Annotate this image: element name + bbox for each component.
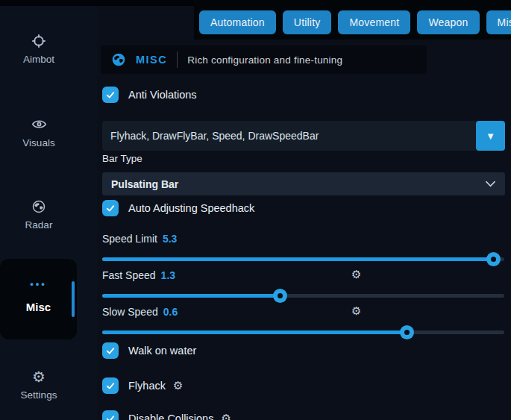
sidebar-item-misc[interactable]: ••• Misc [0,259,77,339]
auto-adjusting-checkbox[interactable] [102,200,119,216]
fast-speed-slider[interactable] [102,289,504,303]
sidebar-item-radar[interactable]: Radar [10,199,67,231]
active-indicator-bar [72,281,75,317]
anti-violations-checkbox[interactable] [102,87,119,103]
fast-speed-gear-icon[interactable]: ⚙ [351,268,361,281]
tab-weapon[interactable]: Weapon [417,10,479,34]
tab-utility[interactable]: Utility [283,10,332,34]
auto-adjusting-row: Auto Adjusting Speedhack [102,199,254,217]
anti-violations-label: Anti Violations [128,89,197,101]
sidebar-item-label: Aimbot [10,54,67,65]
sidebar-item-label: Radar [10,219,67,231]
walk-on-water-row: Walk on water [102,342,196,360]
section-subtitle: Rich configuration and fine-tuning [187,54,342,66]
sidebar-item-label: Misc [0,301,77,313]
walk-on-water-label: Walk on water [128,345,196,357]
slider-fill [102,257,493,261]
speed-limit-labelrow: Speed Limit 5.3 [102,232,177,245]
globe-icon [111,52,126,67]
sidebar-item-settings[interactable]: ⚙ Settings [10,369,67,401]
sidebar-item-aimbot[interactable]: Aimbot [10,34,67,65]
auto-adjusting-label: Auto Adjusting Speedhack [128,202,254,214]
check-icon [105,203,116,213]
speed-limit-slider[interactable] [102,252,504,266]
tab-misc[interactable]: Misc [486,10,511,34]
slider-fill [102,294,280,298]
bar-flags-select[interactable]: Flyhack, DrawFlyBar, Speed, DrawSpeedBar… [102,121,505,151]
disable-collisions-gear-icon[interactable]: ⚙ [221,412,231,420]
disable-collisions-label: Disable Collisions [128,413,213,420]
sidebar-item-visuals[interactable]: Visuals [10,116,67,148]
section-header: MISC Rich configuration and fine-tuning [101,46,427,74]
bar-type-value: Pulsating Bar [111,178,178,190]
divider [177,51,178,68]
check-icon [105,380,116,391]
main-content: Automation Utility Movement Weapon Misc … [97,0,511,420]
speed-limit-label: Speed Limit [102,233,157,245]
walk-on-water-checkbox[interactable] [102,342,119,359]
ellipsis-icon: ••• [0,278,77,289]
slider-handle[interactable] [486,252,501,266]
flyhack-gear-icon[interactable]: ⚙ [173,379,183,392]
tabs-strip: Automation Utility Movement Weapon Misc [194,0,511,40]
sidebar: Aimbot Visuals Radar ••• Misc ⚙ Settings [0,6,97,420]
fast-speed-labelrow: Fast Speed 1.3 ⚙ [102,269,175,282]
slow-speed-value: 0.6 [163,306,178,318]
bar-flags-value[interactable]: Flyhack, DrawFlyBar, Speed, DrawSpeedBar [102,121,476,151]
slider-fill [102,330,407,334]
bar-type-select[interactable]: Pulsating Bar [102,172,505,195]
flyhack-label: Flyhack [128,380,166,392]
check-icon [105,345,116,356]
fast-speed-value: 1.3 [161,269,175,281]
check-icon [105,413,116,420]
chevron-down-icon [485,179,496,189]
flyhack-row: Flyhack ⚙ [102,377,183,395]
dropdown-arrow-icon: ▼ [488,132,494,140]
disable-collisions-checkbox[interactable] [102,410,119,420]
fast-speed-label: Fast Speed [102,269,156,281]
globe-icon [10,199,67,214]
slow-speed-slider[interactable] [102,325,504,339]
anti-violations-row: Anti Violations [102,86,197,104]
flyhack-checkbox[interactable] [102,377,119,394]
disable-collisions-row: Disable Collisions ⚙ [102,410,231,420]
speed-limit-value: 5.3 [163,233,177,245]
bar-flags-dropdown-button[interactable]: ▼ [476,121,505,151]
bar-type-label: Bar Type [102,153,142,164]
sidebar-item-label: Settings [10,389,67,401]
slider-handle[interactable] [400,325,414,339]
tab-movement[interactable]: Movement [338,10,410,34]
slow-speed-labelrow: Slow Speed 0.6 ⚙ [102,305,178,319]
slow-speed-gear-icon[interactable]: ⚙ [351,304,361,318]
eye-icon [10,116,67,132]
gear-icon: ⚙ [10,369,67,384]
slider-handle[interactable] [273,289,287,303]
tab-automation[interactable]: Automation [199,10,276,34]
crosshair-icon [10,34,67,48]
section-title: MISC [136,54,167,66]
tab-bar: Automation Utility Movement Weapon Misc [194,0,511,34]
check-icon [105,90,116,100]
slow-speed-label: Slow Speed [102,306,158,318]
sidebar-item-label: Visuals [10,137,67,148]
